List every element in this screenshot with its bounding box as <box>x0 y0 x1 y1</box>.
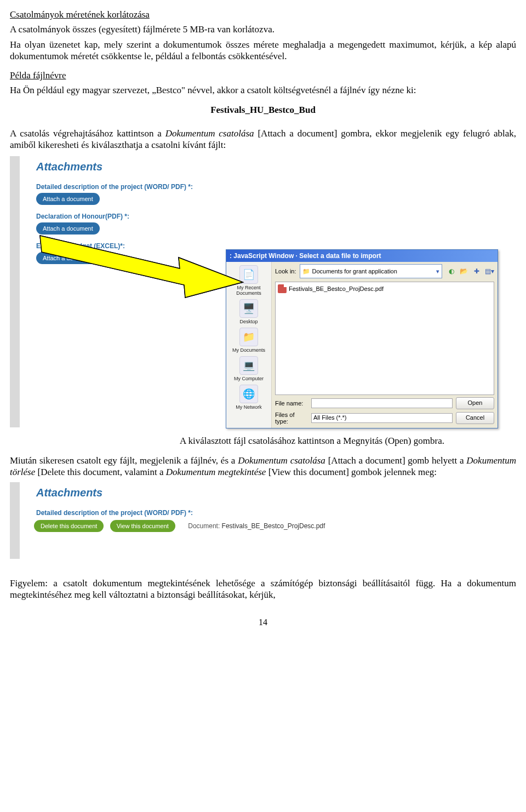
attach-button-1[interactable]: Attach a document <box>36 193 100 205</box>
file-dialog: : JavaScript Window · Select a data file… <box>226 249 498 428</box>
folder-icon: 📁 <box>302 268 310 275</box>
lookin-dropdown[interactable]: 📁 Documents for grant application ▾ <box>300 264 442 278</box>
label-detailed-desc: Detailed description of the project (WOR… <box>36 183 489 191</box>
svg-marker-0 <box>40 236 243 298</box>
filename-input[interactable] <box>311 398 453 408</box>
view-document-button[interactable]: View this document <box>110 520 175 532</box>
pdf-icon <box>278 284 287 293</box>
attachments-title: Attachments <box>34 156 489 175</box>
up-folder-icon[interactable]: 📂 <box>459 266 469 276</box>
para-size-limit: A csatolmányok összes (egyesített) fájlm… <box>10 24 516 35</box>
para-warning: Figyelem: a csatolt dokumentum megtekint… <box>10 577 516 601</box>
back-icon[interactable]: ◐ <box>447 266 456 276</box>
file-list[interactable]: Festivals_BE_Bestco_ProjDesc.pdf <box>275 282 494 395</box>
new-folder-icon[interactable]: ✚ <box>472 266 482 276</box>
mydocs-icon: 📁 <box>239 328 258 346</box>
scroll-strip <box>10 156 20 427</box>
filetype-dropdown[interactable]: All Files (*.*) <box>311 413 453 423</box>
document-name: Festivals_BE_Bestco_ProjDesc.pdf <box>222 522 325 530</box>
attachments-panel-2: Attachments Detailed description of the … <box>34 482 489 559</box>
label-detailed-desc-2: Detailed description of the project (WOR… <box>36 509 489 517</box>
dialog-toolbar: ◐ 📂 ✚ ▤▾ <box>445 266 494 276</box>
attachments-panel: Attachments Detailed description of the … <box>34 156 489 427</box>
chevron-down-icon: ▾ <box>436 268 439 275</box>
document-label: Document: <box>188 522 220 530</box>
network-icon: 🌐 <box>239 385 258 403</box>
filename-label: File name: <box>275 400 308 407</box>
place-desktop[interactable]: 🖥️ Desktop <box>239 299 258 324</box>
para-oversize: Ha olyan üzenetet kap, mely szerint a do… <box>10 39 516 62</box>
label-declaration: Declaration of Honour(PDF) *: <box>36 213 489 220</box>
place-mydocs[interactable]: 📁 My Documents <box>232 328 265 353</box>
computer-icon: 💻 <box>239 356 258 375</box>
desktop-icon: 🖥️ <box>239 299 258 318</box>
filetype-label: Files of type: <box>275 411 308 425</box>
delete-document-button[interactable]: Delete this document <box>34 520 104 532</box>
attachments-title-2: Attachments <box>34 482 489 501</box>
place-mynetwork[interactable]: 🌐 My Network <box>236 385 262 410</box>
file-dialog-title: : JavaScript Window · Select a data file… <box>226 250 498 262</box>
scroll-strip-2 <box>10 482 20 559</box>
screenshot-after-attach: Attachments Detailed description of the … <box>10 482 516 559</box>
para-attach-instruction: A csatolás végrehajtásához kattintson a … <box>10 128 516 151</box>
example-filename: Festivals_HU_Bestco_Bud <box>10 104 516 116</box>
lookin-label: Look in: <box>275 268 296 275</box>
screenshot-attach-dialog: Attachments Detailed description of the … <box>10 156 516 427</box>
annotation-arrow <box>37 227 245 300</box>
file-item[interactable]: Festivals_BE_Bestco_ProjDesc.pdf <box>278 284 384 293</box>
caption-click-open: A kiválasztott fájl csatolásához kattint… <box>180 435 503 447</box>
para-after-attach: Miután sikeresen csatolt egy fájlt, megj… <box>10 455 516 478</box>
heading-size-limit: Csatolmányok méretének korlátozása <box>10 9 516 20</box>
page-number: 14 <box>10 617 516 627</box>
place-mycomputer[interactable]: 💻 My Computer <box>234 356 264 381</box>
para-example-intro: Ha Ön például egy magyar szervezet, „Bes… <box>10 84 516 96</box>
cancel-button[interactable]: Cancel <box>456 412 494 424</box>
heading-example-filename: Példa fájlnévre <box>10 70 516 81</box>
views-icon[interactable]: ▤▾ <box>484 266 494 276</box>
open-button[interactable]: Open <box>456 397 494 409</box>
